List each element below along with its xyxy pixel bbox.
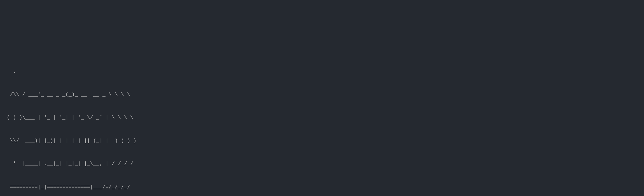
- console-output: . ____ _ __ _ _ /\\ / ___'_ __ _ _(_)_ _…: [7, 37, 637, 196]
- banner-line: /\\ / ___'_ __ _ _(_)_ __ __ _ \ \ \ \: [7, 91, 637, 99]
- banner-line: . ____ _ __ _ _: [7, 68, 637, 76]
- banner-line: =========|_|==============|___/=/_/_/_/: [7, 184, 637, 192]
- banner-line: ' |____| .__|_| |_|_| |_\__, | / / / /: [7, 160, 637, 168]
- banner-line: ( ( )\___ | '_ | '_| | '_ \/ _` | \ \ \ …: [7, 114, 637, 122]
- banner-line: \\/ ___)| |_)| | | | | || (_| | ) ) ) ): [7, 137, 637, 145]
- spring-boot-banner: . ____ _ __ _ _ /\\ / ___'_ __ _ _(_)_ _…: [7, 52, 637, 196]
